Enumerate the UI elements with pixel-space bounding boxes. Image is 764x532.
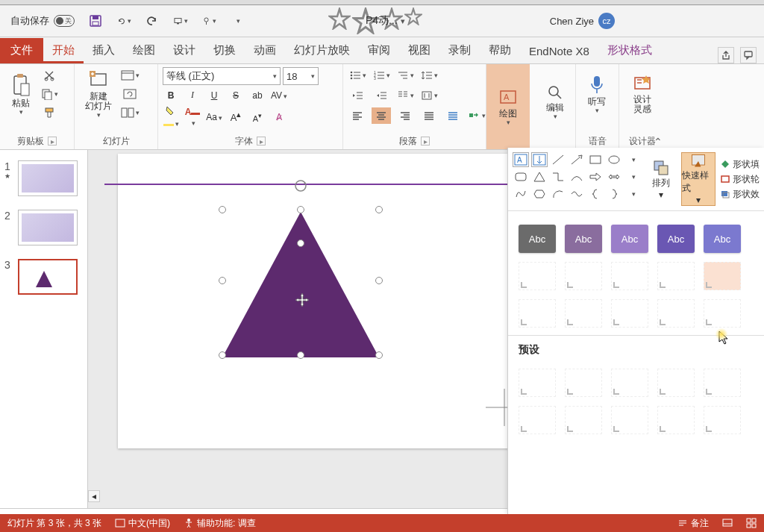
tab-review[interactable]: 审阅 bbox=[359, 38, 399, 63]
character-spacing-button[interactable]: AV▾ bbox=[271, 90, 287, 101]
slide-canvas[interactable] bbox=[118, 154, 517, 448]
swatch-empty[interactable] bbox=[611, 299, 648, 328]
preset-swatch[interactable] bbox=[704, 406, 741, 434]
arc-icon[interactable] bbox=[550, 187, 566, 201]
thumbnail-1[interactable]: 1★ bbox=[4, 160, 83, 196]
strike-button[interactable]: S bbox=[228, 90, 244, 101]
swatch-empty[interactable] bbox=[657, 262, 695, 290]
slide-thumbnail-panel[interactable]: 1★ 2 3 bbox=[0, 150, 88, 508]
swatch-3[interactable]: Abc bbox=[611, 225, 648, 253]
tab-shape-format[interactable]: 形状格式 bbox=[598, 38, 661, 63]
align-right-button[interactable] bbox=[395, 107, 415, 124]
autosave-toggle[interactable]: 自动保存 bbox=[10, 14, 75, 28]
tab-slideshow[interactable]: 幻灯片放映 bbox=[285, 38, 359, 63]
preset-swatch[interactable] bbox=[519, 406, 556, 434]
bold-button[interactable]: B bbox=[163, 90, 179, 101]
columns-button[interactable]: ▾ bbox=[395, 87, 415, 104]
smartart-button[interactable]: ▾ bbox=[467, 107, 486, 124]
right-brace-icon[interactable] bbox=[606, 187, 622, 201]
thumbnail-2[interactable]: 2 bbox=[4, 210, 83, 245]
notes-toggle[interactable]: 备注 bbox=[677, 517, 709, 530]
swatch-empty[interactable] bbox=[519, 299, 556, 328]
align-left-button[interactable] bbox=[348, 107, 367, 124]
preset-swatch[interactable] bbox=[519, 369, 556, 397]
right-arrow-icon[interactable] bbox=[587, 169, 604, 184]
font-size-combo[interactable]: 18▾ bbox=[283, 67, 319, 85]
gallery-scroll-icon[interactable]: ▾ bbox=[624, 169, 641, 184]
tab-draw[interactable]: 绘图 bbox=[124, 38, 164, 63]
triangle-icon[interactable] bbox=[222, 212, 379, 357]
language-button[interactable]: 中文(中国) bbox=[115, 517, 170, 530]
layout-icon[interactable]: ▾ bbox=[119, 67, 140, 84]
align-center-button[interactable] bbox=[372, 107, 391, 124]
swatch-empty[interactable] bbox=[565, 299, 602, 328]
dialog-launcher-icon[interactable]: ▸ bbox=[257, 137, 266, 145]
swatch-empty[interactable] bbox=[704, 299, 741, 328]
dialog-launcher-icon[interactable]: ▸ bbox=[421, 137, 430, 145]
textbox-horizontal-icon[interactable]: A bbox=[513, 152, 529, 167]
shape-fill-button[interactable]: 形状填 bbox=[720, 158, 760, 171]
share-icon[interactable] bbox=[718, 47, 734, 63]
justify-button[interactable] bbox=[419, 107, 439, 124]
save-icon[interactable] bbox=[88, 13, 103, 28]
shadow-button[interactable]: ab bbox=[249, 90, 266, 101]
tab-view[interactable]: 视图 bbox=[399, 38, 439, 63]
gallery-expand-icon[interactable]: ▾ bbox=[624, 187, 641, 201]
preset-swatch[interactable] bbox=[565, 369, 602, 397]
sorter-view-icon[interactable] bbox=[746, 518, 757, 528]
font-name-combo[interactable]: 等线 (正文)▾ bbox=[163, 67, 281, 85]
double-arrow-icon[interactable] bbox=[606, 169, 622, 184]
design-ideas-button[interactable]: 设计 灵感 bbox=[624, 67, 661, 121]
swatch-5[interactable]: Abc bbox=[704, 225, 741, 253]
tab-help[interactable]: 帮助 bbox=[480, 38, 520, 63]
italic-button[interactable]: I bbox=[184, 90, 201, 101]
find-button[interactable]: 编辑▾ bbox=[536, 67, 574, 136]
toggle-off-icon[interactable] bbox=[54, 15, 75, 27]
cut-icon[interactable] bbox=[39, 67, 60, 84]
swatch-empty[interactable] bbox=[565, 262, 602, 290]
increase-indent-button[interactable] bbox=[372, 87, 391, 104]
normal-view-icon[interactable] bbox=[722, 518, 733, 528]
oval-icon[interactable] bbox=[606, 152, 622, 167]
elbow-connector-icon[interactable] bbox=[550, 169, 566, 184]
swatch-empty[interactable] bbox=[611, 262, 648, 290]
curved-connector-icon[interactable] bbox=[569, 169, 585, 184]
copy-icon[interactable]: ▾ bbox=[39, 86, 60, 102]
font-color-button[interactable]: A▾ bbox=[184, 107, 201, 128]
drawing-button[interactable]: A 绘图▾ bbox=[486, 64, 530, 149]
comments-icon[interactable] bbox=[740, 47, 757, 63]
shape-outline-button[interactable]: 形状轮 bbox=[720, 173, 760, 186]
undo-icon[interactable]: ▾ bbox=[116, 13, 131, 28]
tab-record[interactable]: 录制 bbox=[439, 38, 480, 63]
tab-home[interactable]: 开始 bbox=[43, 38, 84, 63]
numbering-button[interactable]: 123▾ bbox=[372, 67, 391, 84]
format-painter-icon[interactable] bbox=[39, 104, 60, 121]
list-level-button[interactable]: ▾ bbox=[395, 67, 415, 84]
tab-insert[interactable]: 插入 bbox=[84, 38, 124, 63]
shape-effects-button[interactable]: 形状效 bbox=[720, 188, 760, 201]
preset-swatch[interactable] bbox=[657, 406, 695, 434]
qat-more-icon[interactable]: ▾ bbox=[230, 13, 245, 28]
redo-icon[interactable] bbox=[145, 13, 160, 28]
dialog-launcher-icon[interactable]: ▸ bbox=[48, 137, 57, 145]
clear-formatting-button[interactable]: A̷ bbox=[271, 112, 287, 122]
text-direction-button[interactable]: ▾ bbox=[419, 87, 439, 104]
preset-swatch[interactable] bbox=[611, 369, 648, 397]
arrange-button[interactable]: 排列▾ bbox=[644, 152, 678, 206]
highlight-button[interactable]: ▾ bbox=[163, 105, 179, 128]
horizontal-scrollbar[interactable]: ◂ bbox=[88, 490, 491, 502]
user-account[interactable]: Chen Ziye cz bbox=[550, 13, 615, 29]
hexagon-icon[interactable] bbox=[531, 187, 548, 201]
reset-icon[interactable] bbox=[119, 86, 140, 102]
left-brace-icon[interactable] bbox=[587, 187, 604, 201]
quick-styles-button[interactable]: 快速样式▾ bbox=[681, 152, 716, 206]
tab-endnote[interactable]: EndNote X8 bbox=[520, 40, 598, 63]
swatch-1[interactable]: Abc bbox=[519, 225, 556, 253]
section-icon[interactable]: ▾ bbox=[119, 104, 140, 121]
preset-swatch[interactable] bbox=[611, 406, 648, 434]
swatch-4[interactable]: Abc bbox=[657, 225, 695, 253]
preset-swatch[interactable] bbox=[704, 369, 741, 397]
new-slide-button[interactable]: 新建 幻灯片▾ bbox=[79, 67, 118, 121]
bullets-button[interactable]: ▾ bbox=[348, 67, 367, 84]
touch-mode-icon[interactable]: ▾ bbox=[201, 13, 216, 28]
